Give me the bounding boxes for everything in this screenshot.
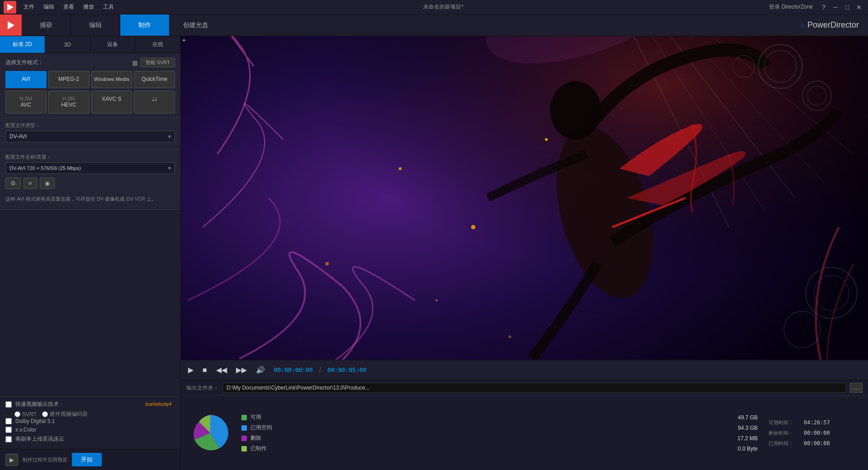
svg-point-14: [399, 167, 401, 170]
svg-point-13: [471, 225, 476, 230]
encoder-radio-group: SVRT 硬件视频编码器: [14, 410, 175, 418]
fast-video-option: 快速视频输出技术： trueVelocity4: [5, 400, 175, 408]
stat-value-elapsed: 00:00:00: [804, 440, 830, 446]
close-btn[interactable]: ✕: [854, 3, 864, 12]
legend-label-produced: 已制作: [250, 445, 722, 452]
config-settings-btn[interactable]: ⚙: [5, 178, 21, 189]
xvcolor-checkbox[interactable]: [5, 427, 12, 433]
stat-label-elapsed: 已用时间：: [769, 440, 800, 447]
preview-toggle-btn[interactable]: ▶: [5, 454, 18, 466]
menu-file[interactable]: 文件: [20, 2, 38, 12]
sub-tab-device[interactable]: 设备: [90, 36, 136, 53]
config-description: 这种 AVI 格式拥有高质量音频，可存放在 DV 摄像机或 DV VCR 上。: [5, 193, 175, 206]
preview-canvas: [181, 36, 868, 360]
stat-label-remaining: 剩余时间：: [769, 430, 800, 437]
maximize-btn[interactable]: □: [842, 3, 853, 12]
content-area: 标准 2D 3D 设备 在线 选择文件格式： ▦ 智能 SVRT: [0, 36, 868, 470]
menu-edit[interactable]: 编辑: [40, 2, 58, 12]
legend-available: 可用 49.7 GB: [241, 414, 758, 421]
format-quicktime[interactable]: QuickTime: [134, 71, 175, 88]
format-h265[interactable]: H.265 HEVC: [48, 91, 90, 114]
right-panel: ▲ ▶ ■ ◀◀ ▶▶ 🔊 00:00:00:00 / 00:00:05:00 …: [181, 36, 868, 470]
config-preview-btn[interactable]: ◉: [40, 178, 55, 189]
format-wmv[interactable]: Windows Media: [91, 71, 132, 88]
preview-area: ▲: [181, 36, 868, 360]
dolby-label: Dolby Digital 5.1: [15, 418, 55, 424]
config-type-select[interactable]: DV-AVI ▾: [5, 131, 175, 142]
transport-prev[interactable]: ◀◀: [213, 364, 230, 376]
title-bar-right: 登录 DirectorZone ? ─ □ ✕: [769, 3, 864, 12]
sub-tab-online[interactable]: 在线: [135, 36, 180, 53]
config-quality-label: 配置文件名称/质量：: [5, 154, 175, 160]
fast-video-checkbox[interactable]: [5, 401, 12, 408]
transport-bar: ▶ ■ ◀◀ ▶▶ 🔊 00:00:00:00 / 00:00:05:00: [181, 360, 868, 380]
format-xavcs[interactable]: XAVC S: [91, 91, 132, 114]
svrt-button[interactable]: 智能 SVRT: [141, 58, 175, 67]
format-section-label: 选择文件格式： ▦ 智能 SVRT: [5, 58, 175, 67]
format-mpeg2[interactable]: MPEG-2: [48, 71, 90, 88]
minimize-btn[interactable]: ─: [830, 3, 841, 12]
svg-point-18: [508, 335, 511, 338]
sub-tab-2d[interactable]: 标准 2D: [0, 36, 45, 53]
time-total: 00:00:05:00: [325, 367, 369, 373]
hw-encoder-radio[interactable]: 硬件视频编码器: [42, 410, 88, 418]
app-logo: [4, 1, 16, 14]
disk-stats: 可用时间： 04:26:57 剩余时间： 00:00:00 已用时间： 00:0…: [769, 419, 859, 447]
xvcolor-label: x.v.Color: [15, 427, 36, 433]
config-list-btn[interactable]: ≡: [24, 178, 37, 189]
menu-tools[interactable]: 工具: [99, 2, 118, 12]
disk-info: 可用 49.7 GB 已用空间 94.3 GB 删除 17.2 MB: [181, 396, 868, 470]
format-avi[interactable]: AVI: [5, 71, 47, 88]
config-tools: ⚙ ≡ ◉: [5, 178, 175, 189]
format-grid-icon: ▦: [132, 59, 138, 66]
output-section: 输出文件夹： D:\My Documents\CyberLink\PowerDi…: [181, 380, 868, 470]
stat-value-remaining: 00:00:00: [804, 430, 830, 436]
output-path-label: 输出文件夹：: [186, 384, 219, 392]
tab-disc[interactable]: 创建光盘: [170, 14, 222, 36]
format-h264[interactable]: H.264 AVC: [5, 91, 47, 114]
format-audio[interactable]: ♩♩: [134, 91, 175, 114]
options-section: 快速视频输出技术： trueVelocity4 SVRT 硬件视频编码器 Dol…: [0, 396, 180, 449]
tab-edit[interactable]: 编辑: [71, 14, 120, 36]
transport-play[interactable]: ▶: [185, 364, 196, 376]
legend-produced: 已制作 0.0 Byte: [241, 445, 758, 452]
output-path-browse[interactable]: ...: [850, 383, 863, 393]
title-bar: 文件 编辑 查看 播放 工具 未命名的新项目* 登录 DirectorZone …: [0, 0, 868, 14]
legend-value-available: 49.7 GB: [726, 414, 758, 421]
time-separator: /: [319, 366, 321, 374]
preview-label: 制作过程中启用预览: [23, 456, 67, 463]
sub-tab-3d[interactable]: 3D: [45, 36, 90, 53]
cloud-label: 将副本上传至讯连云: [15, 435, 64, 443]
legend-used: 已用空间 94.3 GB: [241, 424, 758, 432]
velocity-logo: trueVelocity4: [146, 402, 171, 407]
stat-remaining-time: 剩余时间： 00:00:00: [769, 430, 859, 437]
menu-bar[interactable]: 文件 编辑 查看 播放 工具: [20, 2, 118, 12]
left-panel: 标准 2D 3D 设备 在线 选择文件格式： ▦ 智能 SVRT: [0, 36, 181, 470]
svrt-radio[interactable]: SVRT: [14, 410, 37, 418]
tab-produce[interactable]: 制作: [120, 14, 170, 36]
tab-capture[interactable]: 捕获: [22, 14, 71, 36]
transport-audio[interactable]: 🔊: [253, 364, 268, 376]
config-type-arrow: ▾: [168, 133, 171, 140]
transport-stop[interactable]: ■: [200, 364, 210, 376]
cloud-checkbox[interactable]: [5, 436, 12, 442]
config-type-label: 配置文件类型：: [5, 122, 175, 129]
help-btn[interactable]: ?: [818, 3, 829, 12]
format-section: 选择文件格式： ▦ 智能 SVRT AVI MPEG-2 Windows Med…: [0, 53, 180, 118]
legend-dot-produced: [241, 446, 247, 451]
svg-rect-5: [181, 36, 868, 360]
window-controls[interactable]: ? ─ □ ✕: [818, 3, 864, 12]
app-title: PowerDirector: [807, 20, 859, 30]
output-path-value: D:\My Documents\CyberLink\PowerDirector\…: [222, 383, 846, 393]
config-quality-section: 配置文件名称/质量： DV-AVI 720 × 576/50i (25 Mbps…: [0, 150, 180, 209]
dolby-checkbox[interactable]: [5, 418, 12, 424]
start-button[interactable]: 开始: [72, 453, 102, 466]
nav-logo: [0, 14, 22, 36]
login-link[interactable]: 登录 DirectorZone: [769, 3, 813, 11]
legend-value-delete: 17.2 MB: [726, 435, 758, 442]
home-icon: ⌂: [801, 22, 805, 29]
menu-view[interactable]: 查看: [60, 2, 78, 12]
transport-next[interactable]: ▶▶: [233, 364, 250, 376]
menu-play[interactable]: 播放: [80, 2, 98, 12]
config-quality-select[interactable]: DV-AVI 720 × 576/50i (25 Mbps) ▾: [5, 162, 175, 174]
